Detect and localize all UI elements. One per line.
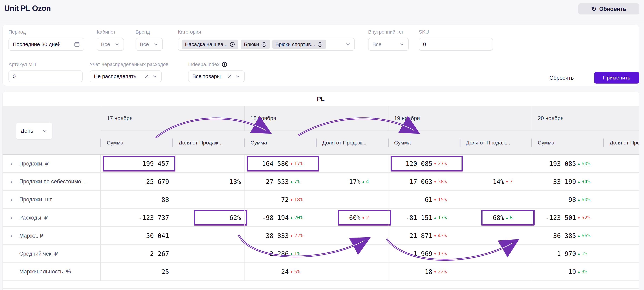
cabinet-label: Кабинет bbox=[97, 29, 124, 35]
delta-up-icon: ▲ bbox=[578, 234, 580, 237]
cell-delta: ▲94% bbox=[578, 179, 600, 185]
reset-button[interactable]: Сбросить bbox=[550, 72, 574, 84]
delta-value: 43% bbox=[438, 233, 447, 239]
info-icon[interactable] bbox=[222, 62, 227, 67]
refresh-button[interactable]: ↻ Обновить bbox=[578, 3, 639, 15]
calendar-icon bbox=[74, 41, 80, 48]
expand-row-icon[interactable]: › bbox=[10, 196, 15, 203]
article-mp-input[interactable]: 0 bbox=[8, 71, 82, 82]
delta-up-icon: ▲ bbox=[578, 162, 580, 165]
delta-value: 3 bbox=[510, 179, 512, 185]
clear-icon[interactable] bbox=[144, 74, 149, 79]
table-cell: -81 151▲17% bbox=[388, 209, 460, 226]
delta-value: 8 bbox=[510, 215, 512, 221]
table-cell: 13% bbox=[172, 173, 244, 190]
cabinet-select[interactable]: Все bbox=[97, 38, 124, 51]
refresh-icon: ↻ bbox=[591, 6, 596, 12]
table-cell: 25 bbox=[101, 263, 172, 280]
filters-panel: Период Последние 30 дней Кабинет Все Бре… bbox=[2, 25, 639, 86]
cell-delta: ▲20% bbox=[290, 215, 313, 221]
table-cell bbox=[316, 263, 388, 280]
table-row: ›Продажи по себестоимо...25 67913%27 553… bbox=[3, 173, 639, 191]
date-column-17: 17 ноября bbox=[101, 106, 244, 131]
unallocated-select[interactable]: Не распределять bbox=[90, 71, 162, 82]
top-bar: Unit PL Ozon ↻ Обновить bbox=[0, 0, 644, 21]
delta-down-icon: ▼ bbox=[434, 180, 436, 183]
date-column-19: 19 ноября bbox=[388, 106, 532, 131]
delta-value: 5% bbox=[294, 269, 300, 275]
delta-value: 17% bbox=[438, 215, 447, 221]
delta-up-icon: ▲ bbox=[290, 180, 292, 183]
expand-row-icon[interactable]: › bbox=[10, 214, 15, 221]
table-row: ›Расходы, ₽-123 73762%-98 194▲20%60%▼2-8… bbox=[3, 209, 639, 227]
table-cell: 61▼15% bbox=[388, 191, 460, 208]
table-cell bbox=[172, 245, 244, 262]
table-row: ›Продажи, шт8872▼18%61▼15%98▲60% bbox=[3, 191, 639, 209]
table-cell: 2 267 bbox=[101, 245, 172, 262]
cell-delta: ▲1% bbox=[578, 251, 600, 257]
table-row: ›Средний чек, ₽2 2672 286▲1%1 969▼13%1 9… bbox=[3, 245, 639, 263]
table-cell bbox=[460, 245, 532, 262]
cell-delta: ▼2 bbox=[362, 215, 384, 221]
brand-select[interactable]: Все bbox=[136, 38, 163, 51]
table-cell: 27 553▲7% bbox=[244, 173, 316, 190]
subheader-share: Доля от Продаж... bbox=[460, 131, 532, 154]
period-input[interactable]: Последние 30 дней bbox=[8, 38, 84, 51]
category-chip[interactable]: Брюки bbox=[241, 40, 270, 49]
cell-delta: ▼3 bbox=[506, 179, 528, 185]
chevron-down-icon[interactable] bbox=[345, 42, 351, 47]
row-label-cell: ›Расходы, ₽ bbox=[3, 209, 101, 226]
table-cell: 2 286▲1% bbox=[244, 245, 316, 262]
table-cell: 98▲60% bbox=[532, 191, 604, 208]
delta-up-icon: ▲ bbox=[290, 252, 292, 255]
chip-remove-icon[interactable] bbox=[317, 42, 323, 47]
chip-remove-icon[interactable] bbox=[230, 42, 235, 47]
cell-value: 21 871 bbox=[410, 232, 432, 239]
sku-value: 0 bbox=[423, 41, 426, 47]
category-chip[interactable]: Брюки спортив... bbox=[272, 40, 326, 49]
delta-up-icon: ▲ bbox=[578, 252, 580, 255]
row-label-cell: ›Маржа, ₽ bbox=[3, 227, 101, 244]
refresh-label: Обновить bbox=[599, 6, 626, 12]
indeepa-select[interactable]: Все товары bbox=[188, 71, 244, 82]
subheader-sum: Сумма bbox=[244, 131, 316, 154]
delta-up-icon: ▲ bbox=[434, 216, 436, 219]
chevron-down-icon bbox=[153, 42, 158, 47]
cell-value: 60% bbox=[349, 214, 360, 221]
header-divider bbox=[0, 21, 644, 21]
category-multiselect[interactable]: Насадка на шва... Брюки Брюки спортив... bbox=[178, 38, 355, 51]
filter-sku: SKU 0 bbox=[419, 29, 493, 51]
table-cell: 33 199▲94% bbox=[532, 173, 604, 190]
table-row bbox=[3, 281, 639, 288]
sku-input[interactable]: 0 bbox=[419, 38, 493, 51]
cell-value: 120 085 bbox=[406, 160, 432, 167]
cell-value: 72 bbox=[281, 196, 289, 203]
category-chip[interactable]: Насадка на шва... bbox=[182, 40, 238, 49]
delta-value: 13% bbox=[438, 251, 447, 257]
expand-row-icon[interactable]: › bbox=[10, 178, 15, 185]
table-cell bbox=[172, 155, 244, 172]
subheader-share: Доля от Продаж... bbox=[172, 131, 244, 154]
cell-value: 33 199 bbox=[553, 178, 576, 185]
cell-value: 17 063 bbox=[410, 178, 432, 185]
cell-value: 19 bbox=[568, 268, 576, 275]
cell-value: -98 194 bbox=[262, 214, 289, 221]
table-cell: -98 194▲20% bbox=[244, 209, 316, 226]
granularity-select[interactable]: День bbox=[16, 122, 52, 139]
table-cell: 17 063▼38% bbox=[388, 173, 460, 190]
table-cell: 38 833▼22% bbox=[244, 227, 316, 244]
expand-row-icon[interactable]: › bbox=[10, 232, 15, 239]
delta-up-icon: ▲ bbox=[362, 180, 364, 183]
delta-down-icon: ▼ bbox=[578, 216, 580, 219]
category-label: Категория bbox=[178, 29, 355, 35]
expand-row-icon[interactable]: › bbox=[10, 160, 15, 167]
apply-button[interactable]: Применить bbox=[594, 72, 639, 84]
date-column-20: 20 ноября bbox=[532, 106, 639, 131]
chip-remove-icon[interactable] bbox=[261, 42, 267, 47]
table-cell: 25 679 bbox=[101, 173, 172, 190]
clear-icon[interactable] bbox=[227, 74, 232, 79]
delta-value: 3% bbox=[581, 269, 587, 275]
internal-tag-select[interactable]: Все bbox=[368, 38, 409, 51]
delta-value: 4 bbox=[366, 179, 369, 185]
table-cell bbox=[316, 245, 388, 262]
